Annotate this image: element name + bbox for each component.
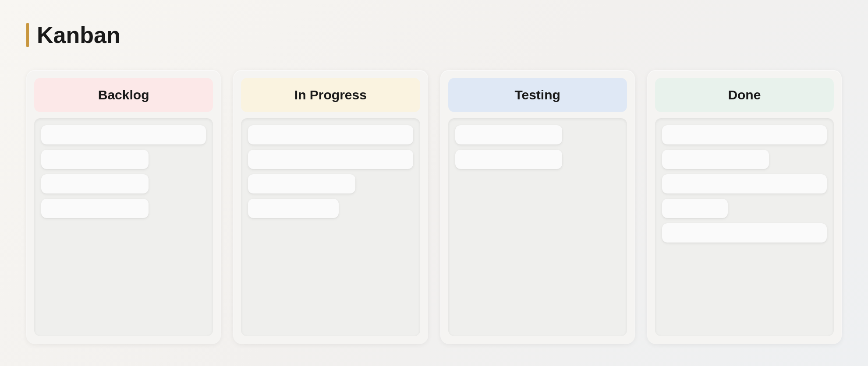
card[interactable] — [662, 199, 728, 218]
column-header-testing: Testing — [448, 78, 627, 112]
column-header-backlog: Backlog — [34, 78, 213, 112]
column-inprogress: In Progress — [233, 70, 428, 344]
card[interactable] — [662, 125, 827, 144]
cards-container-testing — [448, 118, 627, 336]
card[interactable] — [248, 174, 355, 194]
kanban-board: Backlog In Progress Testing — [26, 70, 842, 344]
card[interactable] — [455, 150, 563, 169]
column-header-inprogress: In Progress — [241, 78, 420, 112]
card[interactable] — [41, 150, 149, 169]
card[interactable] — [455, 125, 563, 144]
title-text: Kanban — [37, 22, 120, 48]
column-done: Done — [647, 70, 842, 344]
column-testing: Testing — [440, 70, 635, 344]
card[interactable] — [662, 223, 827, 243]
column-backlog: Backlog — [26, 70, 221, 344]
card[interactable] — [41, 125, 206, 144]
card[interactable] — [662, 174, 827, 194]
card[interactable] — [248, 199, 339, 218]
card[interactable] — [248, 125, 413, 144]
card[interactable] — [248, 150, 413, 169]
cards-container-done — [655, 118, 834, 336]
cards-container-backlog — [34, 118, 213, 336]
title-accent-bar — [26, 23, 29, 47]
page-title: Kanban — [26, 22, 120, 48]
column-header-done: Done — [655, 78, 834, 112]
card[interactable] — [41, 199, 149, 218]
card[interactable] — [41, 174, 149, 194]
cards-container-inprogress — [241, 118, 420, 336]
card[interactable] — [662, 150, 769, 169]
